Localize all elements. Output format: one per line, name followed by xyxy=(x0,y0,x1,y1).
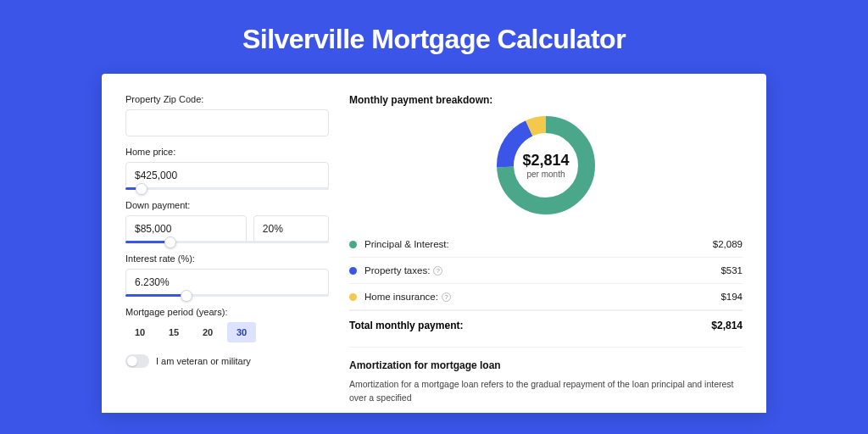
total-value: $2,814 xyxy=(711,320,743,331)
legend-value-insurance: $194 xyxy=(721,292,743,302)
donut-chart: $2,814 per month xyxy=(495,114,597,216)
legend-dot-icon xyxy=(349,241,357,248)
donut-chart-wrap: $2,814 per month xyxy=(349,114,743,216)
down-payment-field: Down payment: xyxy=(125,200,329,243)
legend-label-principal: Principal & Interest: xyxy=(364,239,713,249)
legend-value-principal: $2,089 xyxy=(713,239,743,249)
legend-value-taxes: $531 xyxy=(721,265,743,275)
calculator-card: Property Zip Code: Home price: Down paym… xyxy=(102,74,766,413)
period-btn-15[interactable]: 15 xyxy=(159,322,188,342)
period-btn-20[interactable]: 20 xyxy=(193,322,222,342)
legend-label-taxes: Property taxes: ? xyxy=(364,265,721,275)
amortization-section: Amortization for mortgage loan Amortizat… xyxy=(349,347,743,405)
interest-rate-label: Interest rate (%): xyxy=(125,253,329,264)
legend-label-insurance-text: Home insurance: xyxy=(364,292,438,302)
total-label: Total monthly payment: xyxy=(349,320,463,331)
legend-row-insurance: Home insurance: ? $194 xyxy=(349,284,743,310)
period-field: Mortgage period (years): 10 15 20 30 xyxy=(125,307,329,342)
legend-dot-icon xyxy=(349,267,357,275)
legend-dot-icon xyxy=(349,293,357,301)
total-row: Total monthly payment: $2,814 xyxy=(349,310,743,343)
interest-rate-slider[interactable] xyxy=(125,294,329,297)
amortization-title: Amortization for mortgage loan xyxy=(349,359,743,371)
page-title: Silverville Mortgage Calculator xyxy=(0,0,868,74)
veteran-row: I am veteran or military xyxy=(125,354,329,368)
veteran-toggle[interactable] xyxy=(125,354,149,368)
period-btn-30[interactable]: 30 xyxy=(227,322,256,342)
breakdown-title: Monthly payment breakdown: xyxy=(349,94,743,106)
period-options: 10 15 20 30 xyxy=(125,322,329,342)
period-label: Mortgage period (years): xyxy=(125,307,329,317)
home-price-field: Home price: xyxy=(125,147,329,190)
amortization-text: Amortization for a mortgage loan refers … xyxy=(349,378,743,405)
legend-row-principal: Principal & Interest: $2,089 xyxy=(349,231,743,258)
down-payment-slider[interactable] xyxy=(125,241,329,243)
legend-label-taxes-text: Property taxes: xyxy=(364,265,430,275)
donut-center: $2,814 per month xyxy=(495,114,597,216)
zip-input[interactable] xyxy=(125,109,329,136)
info-icon[interactable]: ? xyxy=(442,292,451,302)
zip-field: Property Zip Code: xyxy=(125,94,329,136)
input-panel: Property Zip Code: Home price: Down paym… xyxy=(125,94,329,413)
zip-label: Property Zip Code: xyxy=(125,94,329,104)
legend-row-taxes: Property taxes: ? $531 xyxy=(349,258,743,284)
home-price-label: Home price: xyxy=(125,147,329,157)
legend-label-insurance: Home insurance: ? xyxy=(364,292,721,302)
info-icon[interactable]: ? xyxy=(433,266,442,275)
donut-amount: $2,814 xyxy=(522,152,569,170)
interest-rate-input[interactable] xyxy=(125,269,329,296)
interest-rate-field: Interest rate (%): xyxy=(125,253,329,297)
down-payment-label: Down payment: xyxy=(125,200,329,210)
period-btn-10[interactable]: 10 xyxy=(125,322,154,342)
veteran-label: I am veteran or military xyxy=(156,356,251,366)
down-payment-amount-input[interactable] xyxy=(125,215,247,242)
donut-sub: per month xyxy=(526,170,565,179)
home-price-slider[interactable] xyxy=(125,187,329,190)
home-price-input[interactable] xyxy=(125,162,329,189)
results-panel: Monthly payment breakdown: $2,814 per mo… xyxy=(349,94,743,413)
down-payment-percent-input[interactable] xyxy=(253,215,329,242)
